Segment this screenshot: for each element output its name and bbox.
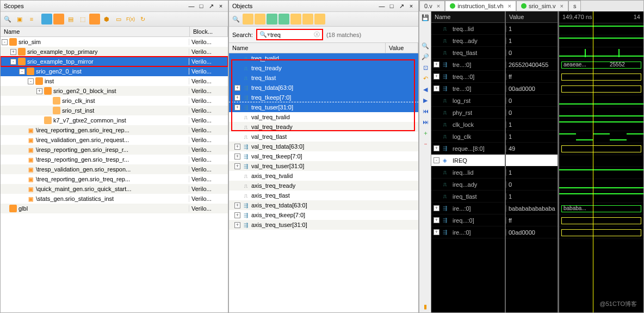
search-icon[interactable]: 🔍: [231, 14, 242, 24]
waveform-row[interactable]: [559, 35, 643, 47]
waveform-row[interactable]: aeaeae...25552: [559, 59, 643, 71]
signal-row[interactable]: ⎍treq_tlast: [431, 47, 505, 59]
clear-search-icon[interactable]: ⓧ: [314, 30, 320, 39]
tab[interactable]: instruction_list.vh×: [445, 1, 516, 11]
search-input[interactable]: [270, 32, 314, 38]
expand-toggle[interactable]: +: [234, 212, 240, 218]
waveform-row[interactable]: [559, 107, 643, 119]
tree-row[interactable]: ⎍treq_tvalid: [229, 53, 418, 63]
tree-row[interactable]: srio_clk_instVerilo...: [1, 96, 228, 106]
col-name[interactable]: Name: [229, 43, 386, 53]
expand-toggle[interactable]: +: [234, 202, 240, 208]
tree-row[interactable]: ▣\tresp_reporting_gen.srio_tresp_r...Ver…: [1, 155, 228, 164]
tab-close-icon[interactable]: ×: [508, 3, 511, 9]
marker-icon[interactable]: ▮: [420, 302, 430, 311]
fx-icon[interactable]: F(x): [125, 14, 136, 24]
popout-icon[interactable]: ↗: [398, 2, 405, 10]
tree-row[interactable]: ▣\ireq_reporting_gen.srio_ireq_rep...Ver…: [1, 125, 228, 135]
to-end-icon[interactable]: ⏭: [420, 117, 430, 127]
tree-row[interactable]: +⇶treq_tkeep[7:0]: [229, 93, 418, 102]
tree-row[interactable]: ▣\iresp_reporting_gen.srio_iresp_r...Ver…: [1, 145, 228, 155]
tree-row[interactable]: ⎍axis_treq_tvalid: [229, 171, 418, 181]
tree-row[interactable]: +⇶axis_treq_tkeep[7:0]: [229, 210, 418, 220]
tree-row[interactable]: ⎍val_treq_tlast: [229, 132, 418, 142]
waveform-row[interactable]: [559, 155, 643, 167]
waveform-row[interactable]: [559, 191, 643, 203]
signal-row[interactable]: +⇶tre...:0]: [431, 59, 505, 71]
box-icon[interactable]: [89, 14, 100, 24]
tree-row[interactable]: ⎍val_treq_tready: [229, 122, 418, 132]
tree-row[interactable]: ▣\treq_reporting_gen.srio_treq_rep...Ver…: [1, 174, 228, 184]
tree-row[interactable]: +⇶val_treq_tuser[31:0]: [229, 161, 418, 171]
next-icon[interactable]: ▶: [420, 95, 430, 105]
tree-row[interactable]: glblVerilo...: [1, 204, 228, 213]
signal-row[interactable]: ⎍log_rst: [431, 95, 505, 107]
tree-row[interactable]: ⎍axis_treq_tlast: [229, 191, 418, 200]
expand-toggle[interactable]: +: [234, 105, 240, 111]
tree-row[interactable]: +⇶treq_tuser[31:0]: [229, 102, 418, 112]
expand-toggle[interactable]: +: [434, 205, 439, 211]
remove-icon[interactable]: －: [420, 139, 430, 149]
signal-row[interactable]: ⎍treq...lid: [431, 23, 505, 35]
tree-row[interactable]: ▣\quick_maint_gen.srio_quick_start...Ver…: [1, 184, 228, 194]
waveform-row[interactable]: [559, 83, 643, 95]
expand-toggle[interactable]: +: [234, 154, 240, 159]
page-icon[interactable]: ▭: [113, 14, 124, 24]
waveform-area[interactable]: 149,470 ns 14 aeaeae...25552bababa...: [559, 11, 643, 312]
cursor-line[interactable]: [593, 11, 593, 312]
signal-row[interactable]: ⎍ireq...lid: [431, 167, 505, 179]
link-icon[interactable]: ⬚: [77, 14, 88, 24]
filter1-icon[interactable]: [243, 14, 253, 24]
signal-row[interactable]: +⇶tre...:0]: [431, 83, 505, 95]
tree-row[interactable]: -srio_simVerilo...: [1, 37, 228, 47]
expand-toggle[interactable]: +: [234, 222, 240, 228]
filter3-icon[interactable]: [267, 14, 277, 24]
tree-row[interactable]: srio_rst_instVerilo...: [1, 106, 228, 115]
close-icon[interactable]: ×: [217, 2, 225, 10]
objects-tree[interactable]: ⎍treq_tvalid⎍treq_tready⎍treq_tlast+⇶tre…: [229, 53, 418, 312]
tab[interactable]: s: [568, 1, 581, 11]
waveform-row[interactable]: [559, 131, 643, 143]
tree-row[interactable]: +⇶axis_treq_tdata[63:0]: [229, 200, 418, 210]
expand-toggle[interactable]: -: [10, 59, 16, 65]
filter2-icon[interactable]: [255, 14, 265, 24]
scopes-tree[interactable]: -srio_simVerilo...+srio_example_top_prim…: [1, 37, 228, 312]
signal-row[interactable]: ⎍ireq...ady: [431, 179, 505, 191]
expand-toggle[interactable]: +: [434, 217, 439, 223]
tree-row[interactable]: +srio_gen2_0_block_instVerilo...: [1, 86, 228, 96]
zoom-in-icon[interactable]: 🔍: [420, 41, 430, 51]
expand-toggle[interactable]: +: [434, 145, 439, 151]
tab[interactable]: srio_sim.v×: [516, 1, 568, 11]
to-start-icon[interactable]: ⏮: [420, 106, 430, 116]
refresh-icon[interactable]: ↻: [137, 14, 148, 24]
close-icon[interactable]: ×: [407, 2, 415, 10]
prev-icon[interactable]: ◀: [420, 84, 430, 94]
zoom-fit-icon[interactable]: ⊡: [420, 63, 430, 72]
popout-icon[interactable]: ↗: [207, 2, 215, 10]
save-icon[interactable]: 💾: [420, 13, 430, 22]
tab[interactable]: 0.v×: [419, 1, 445, 11]
tree-row[interactable]: -instVerilo...: [1, 76, 228, 86]
expand-toggle[interactable]: -: [434, 157, 439, 163]
signal-row[interactable]: ⎍log_clk: [431, 131, 505, 143]
signal-row[interactable]: +⇶ire...:0]: [431, 226, 505, 238]
tree-row[interactable]: k7_v7_gtxe2_common_instVerilo...: [1, 115, 228, 125]
tree-row[interactable]: +⇶treq_tdata[63:0]: [229, 83, 418, 93]
col-block[interactable]: Block...: [190, 27, 228, 36]
signal-row[interactable]: +⇶ireq...:0]: [431, 214, 505, 226]
signal-row[interactable]: ⎍clk_lock: [431, 119, 505, 131]
expand-toggle[interactable]: +: [434, 73, 439, 79]
hex-icon[interactable]: ⬢: [101, 14, 112, 24]
expand-toggle[interactable]: +: [234, 163, 240, 169]
signal-row[interactable]: ⎍phy_rst: [431, 107, 505, 119]
zoom-out-icon[interactable]: 🔎: [420, 52, 430, 62]
waveform-row[interactable]: [559, 23, 643, 35]
expand-toggle[interactable]: +: [234, 85, 240, 91]
waveform-row[interactable]: [559, 71, 643, 83]
tree-row[interactable]: ▣\tresp_validation_gen.srio_respon...Ver…: [1, 164, 228, 174]
filter6-icon[interactable]: [302, 14, 313, 24]
waveform-row[interactable]: [559, 143, 643, 155]
tree-row[interactable]: ▣\ireq_validation_gen.srio_request...Ver…: [1, 135, 228, 145]
col-value[interactable]: Value: [386, 43, 418, 53]
collapse-icon[interactable]: ▣: [14, 14, 25, 24]
